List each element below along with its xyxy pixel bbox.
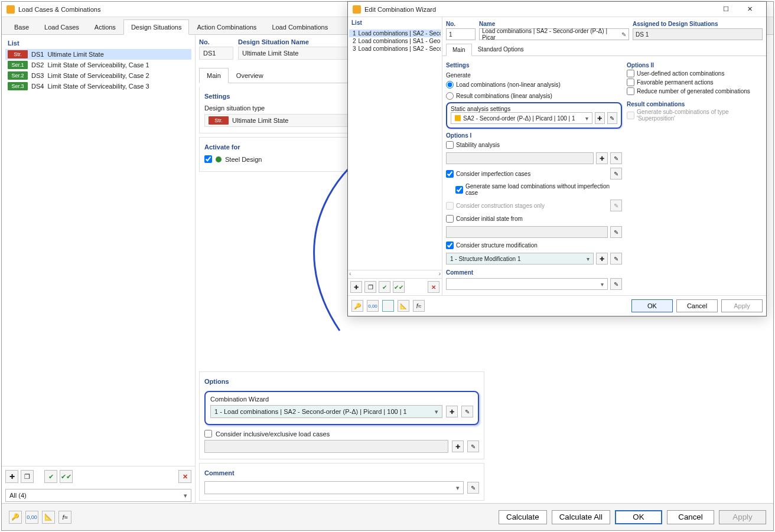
modal-name-input[interactable]: Load combinations | SA2 - Second-order (… bbox=[479, 28, 629, 40]
chevron-down-icon: ▾ bbox=[585, 115, 588, 122]
list-item[interactable]: Ser.3 DS4 Limit State of Serviceability,… bbox=[5, 81, 191, 92]
modal-tab-main[interactable]: Main bbox=[446, 44, 472, 56]
struct-mod-check[interactable]: Consider structure modification bbox=[446, 241, 622, 249]
help-icon[interactable]: 🔑 bbox=[9, 511, 22, 524]
tab-actions[interactable]: Actions bbox=[87, 19, 123, 34]
maximize-icon[interactable]: ☐ bbox=[714, 3, 738, 16]
gen-nonlinear-radio[interactable]: Load combinations (non-linear analysis) bbox=[446, 81, 622, 89]
stability-label: Stability analysis bbox=[456, 142, 500, 148]
calculate-all-button[interactable]: Calculate All bbox=[552, 510, 610, 524]
list-item[interactable]: 3Load combinations | SA2 - Secon bbox=[349, 45, 441, 53]
modal-tab-standard[interactable]: Standard Options bbox=[472, 44, 530, 56]
modal-right: No. 1 Name Load combinations | SA2 - Sec… bbox=[442, 17, 766, 295]
modal-fx-icon[interactable]: f≈ bbox=[413, 300, 425, 312]
modal-no-value: 1 bbox=[449, 31, 452, 38]
units-icon[interactable]: 📐 bbox=[42, 511, 55, 524]
gen-sub-label: Generate sub-combinations of type 'Super… bbox=[637, 109, 763, 122]
modal-help-icon[interactable]: 🔑 bbox=[351, 300, 363, 312]
ml-delete-icon[interactable]: ✕ bbox=[428, 281, 439, 293]
modal-apply-button[interactable]: Apply bbox=[721, 299, 763, 312]
swatch-icon bbox=[455, 115, 461, 121]
modal-decimal-icon[interactable]: 0,00 bbox=[367, 300, 379, 312]
reduce-label: Reduce number of generated combinations bbox=[637, 88, 750, 94]
ml-check-icon[interactable]: ✔ bbox=[379, 281, 390, 293]
cancel-button[interactable]: Cancel bbox=[667, 510, 714, 524]
ml-new-icon[interactable]: ✚ bbox=[350, 281, 362, 293]
initial-state-check[interactable]: Consider initial state from bbox=[446, 215, 622, 223]
steel-design-checkbox[interactable] bbox=[204, 155, 212, 163]
modal-cancel-button[interactable]: Cancel bbox=[676, 299, 718, 312]
comm-edit-icon[interactable]: ✎ bbox=[610, 278, 622, 290]
ml-n: 3 bbox=[353, 45, 356, 52]
gen-same-check[interactable]: Generate same load combinations without … bbox=[455, 183, 622, 196]
incl-combo[interactable] bbox=[204, 440, 448, 453]
stability-check[interactable]: Stability analysis bbox=[446, 141, 622, 149]
tab-base[interactable]: Base bbox=[6, 19, 37, 34]
delete-icon[interactable]: ✕ bbox=[178, 470, 191, 483]
badge-ser: Ser.1 bbox=[8, 61, 28, 69]
stab-edit-icon[interactable]: ✎ bbox=[610, 152, 622, 164]
new-icon[interactable]: ✚ bbox=[5, 470, 18, 483]
modal-ok-button[interactable]: OK bbox=[631, 299, 673, 312]
sa-new-icon[interactable]: ✚ bbox=[595, 112, 605, 124]
inner-tab-overview[interactable]: Overview bbox=[229, 68, 271, 83]
stability-combo[interactable] bbox=[446, 152, 594, 164]
tab-load-combinations[interactable]: Load Combinations bbox=[264, 19, 336, 34]
fx-icon[interactable]: f≈ bbox=[58, 511, 71, 524]
imperfection-edit-icon[interactable]: ✎ bbox=[610, 168, 622, 179]
modal-units-icon[interactable]: 📐 bbox=[398, 300, 409, 312]
edit-icon[interactable]: ✎ bbox=[621, 31, 626, 38]
apply-button[interactable]: Apply bbox=[719, 510, 766, 524]
tab-action-combinations[interactable]: Action Combinations bbox=[189, 19, 264, 34]
modal-no-input[interactable]: 1 bbox=[446, 28, 476, 40]
filter-combo[interactable]: All (4) ▾ bbox=[5, 489, 191, 502]
check-icon[interactable]: ✔ bbox=[44, 470, 57, 483]
consider-incl-check[interactable]: Consider inclusive/exclusive load cases bbox=[204, 430, 479, 438]
ml-copy-icon[interactable]: ❐ bbox=[364, 281, 376, 293]
ok-button[interactable]: OK bbox=[615, 510, 662, 524]
combo-wizard-value: 1 - Load combinations | SA2 - Second-ord… bbox=[214, 408, 407, 415]
options2-title: Options II bbox=[627, 62, 763, 68]
list-item[interactable]: 1Load combinations | SA2 - Secon bbox=[349, 30, 441, 37]
tab-design-situations[interactable]: Design Situations bbox=[123, 19, 190, 35]
list-item[interactable]: Ser.1 DS2 Limit State of Serviceability,… bbox=[5, 60, 191, 70]
sm-new-icon[interactable]: ✚ bbox=[596, 253, 608, 265]
comment-combo[interactable]: ▾ bbox=[204, 481, 464, 494]
sm-edit-icon[interactable]: ✎ bbox=[610, 253, 622, 265]
left-filter: All (4) ▾ bbox=[2, 487, 195, 504]
sa-combo[interactable]: SA2 - Second-order (P-Δ) | Picard | 100 … bbox=[451, 112, 592, 124]
modal-hscroll[interactable]: ‹› bbox=[348, 270, 442, 278]
check2-icon[interactable]: ✔✔ bbox=[60, 470, 73, 483]
imperfection-check[interactable]: Consider imperfection cases✎ bbox=[446, 168, 622, 179]
new-wiz-icon[interactable]: ✚ bbox=[446, 406, 458, 417]
modal-app-icon bbox=[353, 5, 361, 14]
struct-mod-combo[interactable]: 1 - Structure Modification 1▾ bbox=[446, 253, 594, 265]
inner-tab-main[interactable]: Main bbox=[199, 68, 229, 83]
incl-edit-icon[interactable]: ✎ bbox=[467, 440, 479, 452]
edit-wiz-icon[interactable]: ✎ bbox=[461, 406, 473, 417]
combo-wizard-select[interactable]: 1 - Load combinations | SA2 - Second-ord… bbox=[210, 405, 442, 418]
init-edit-icon[interactable]: ✎ bbox=[610, 226, 622, 238]
close-icon[interactable]: ✕ bbox=[738, 3, 761, 16]
tab-load-cases[interactable]: Load Cases bbox=[37, 19, 87, 34]
list-item[interactable]: 2Load combinations | SA1 - Geom bbox=[349, 37, 441, 45]
stab-new-icon[interactable]: ✚ bbox=[596, 152, 608, 164]
gen-linear-radio[interactable]: Result combinations (linear analysis) bbox=[446, 92, 622, 100]
user-def-check[interactable]: User-defined action combinations bbox=[627, 70, 763, 77]
sa-edit-icon[interactable]: ✎ bbox=[607, 112, 617, 124]
consider-incl-checkbox[interactable] bbox=[204, 430, 212, 438]
decimal-icon[interactable]: 0,00 bbox=[25, 511, 38, 524]
list-item[interactable]: Str. DS1 Ultimate Limit State bbox=[5, 49, 191, 60]
reduce-check[interactable]: Reduce number of generated combinations bbox=[627, 87, 763, 95]
comment-edit-icon[interactable]: ✎ bbox=[467, 482, 479, 494]
calculate-button[interactable]: Calculate bbox=[499, 510, 547, 524]
favorable-check[interactable]: Favorable permanent actions bbox=[627, 79, 763, 86]
list-item[interactable]: Ser.2 DS3 Limit State of Serviceability,… bbox=[5, 70, 191, 81]
ml-check2-icon[interactable]: ✔✔ bbox=[393, 281, 405, 293]
modal-color-icon[interactable] bbox=[382, 300, 394, 312]
modal-comment-combo[interactable]: ▾ bbox=[446, 278, 608, 290]
copy-icon[interactable]: ❐ bbox=[21, 470, 34, 483]
initial-combo[interactable] bbox=[446, 226, 608, 238]
incl-new-icon[interactable]: ✚ bbox=[452, 440, 464, 452]
modal-list-header: List bbox=[348, 17, 442, 28]
